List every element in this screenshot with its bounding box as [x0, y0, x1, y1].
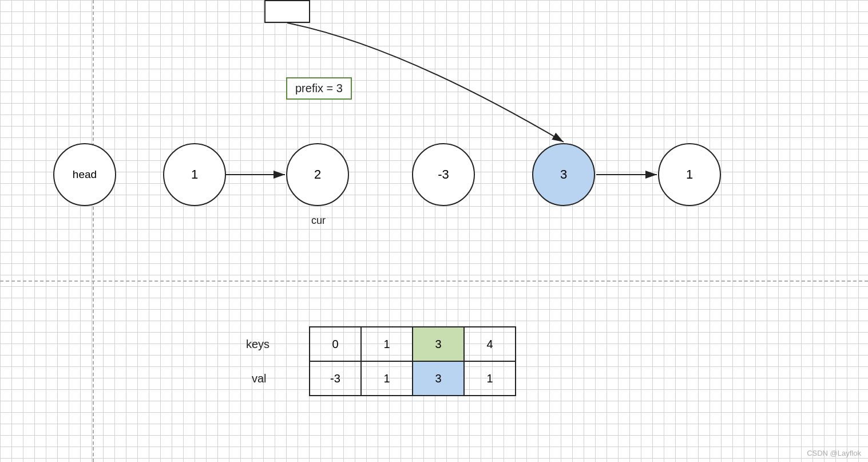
node-neg3: -3 — [412, 143, 475, 206]
prefix-box: prefix = 3 — [286, 77, 352, 100]
val-label: val — [252, 372, 267, 385]
node-1b: 1 — [658, 143, 721, 206]
keys-row: 0 1 3 4 — [310, 327, 516, 361]
cur-label: cur — [311, 215, 326, 227]
node-3-blue: 3 — [532, 143, 595, 206]
vals-row: -3 1 3 1 — [310, 361, 516, 396]
val-3: 3 — [413, 361, 464, 396]
node-1: 1 — [163, 143, 226, 206]
key-4: 4 — [464, 327, 516, 361]
key-1: 1 — [361, 327, 413, 361]
val-1b: 1 — [464, 361, 516, 396]
watermark: CSDN @Layflok — [807, 449, 861, 457]
node-2: 2 — [286, 143, 349, 206]
dashed-vertical-line — [93, 0, 94, 462]
node-head: head — [53, 143, 116, 206]
val-1: 1 — [361, 361, 413, 396]
key-0: 0 — [310, 327, 361, 361]
table-wrapper: keys val 0 1 3 4 -3 1 3 1 — [309, 326, 516, 396]
top-box — [264, 0, 310, 23]
keys-label: keys — [246, 338, 269, 351]
key-3: 3 — [413, 327, 464, 361]
val-neg3: -3 — [310, 361, 361, 396]
data-table: 0 1 3 4 -3 1 3 1 — [309, 326, 516, 396]
dashed-horizontal-line — [0, 281, 868, 282]
